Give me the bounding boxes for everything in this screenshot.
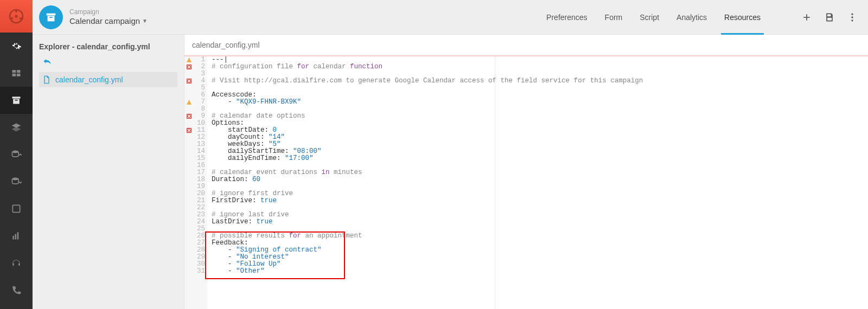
tab-analytics[interactable]: Analytics <box>668 0 716 35</box>
code-line[interactable]: # calendar date options <box>212 113 868 120</box>
svg-rect-9 <box>12 96 21 98</box>
breadcrumb: Campaign Calendar campaign ▼ <box>69 8 148 25</box>
code-line[interactable]: Options: <box>212 120 868 127</box>
svg-rect-21 <box>48 16 55 21</box>
code-line[interactable] <box>212 85 868 92</box>
code-line[interactable]: LastDrive: true <box>212 218 868 226</box>
add-button[interactable] <box>797 8 816 27</box>
explorer-title: Explorer - calendar_config.yml <box>39 40 177 55</box>
campaign-icon[interactable] <box>39 5 63 29</box>
rail-settings[interactable] <box>0 33 33 60</box>
svg-rect-16 <box>12 205 20 212</box>
code-line[interactable]: Duration: 60 <box>212 176 868 183</box>
svg-point-3 <box>20 17 22 20</box>
app-logo <box>0 0 33 33</box>
rail-chart[interactable] <box>0 222 33 249</box>
save-button[interactable] <box>820 8 839 27</box>
svg-rect-7 <box>12 74 16 76</box>
explorer-back[interactable] <box>39 55 177 69</box>
svg-rect-5 <box>12 70 16 73</box>
tab-form[interactable]: Form <box>596 0 631 35</box>
topbar: Campaign Calendar campaign ▼ Preferences… <box>33 0 868 35</box>
rail-archive[interactable] <box>0 87 33 114</box>
chevron-down-icon: ▼ <box>142 18 148 24</box>
svg-point-15 <box>12 178 19 181</box>
svg-marker-29 <box>186 100 191 105</box>
code-line[interactable]: # possible results for an appointment <box>212 233 868 240</box>
code-line[interactable]: # ignore first drive <box>212 190 868 197</box>
svg-point-2 <box>15 10 17 12</box>
svg-rect-17 <box>12 236 14 240</box>
svg-rect-11 <box>15 100 18 101</box>
code-line[interactable]: # Visit http://gcal.dialfire.com to gene… <box>212 78 868 85</box>
explorer-file-name: calendar_config.yml <box>55 75 123 84</box>
tab-resources[interactable]: Resources <box>716 0 769 35</box>
svg-rect-10 <box>13 99 20 104</box>
svg-rect-22 <box>49 17 53 18</box>
rail-db-down[interactable] <box>0 168 33 195</box>
code-editor: calendar_config.yml 12345678910111213141… <box>184 35 868 309</box>
rail-blank[interactable] <box>0 195 33 222</box>
code-line[interactable] <box>212 183 868 190</box>
code-line[interactable] <box>212 106 868 113</box>
code-area[interactable]: 1234567891011121314151617181920212223242… <box>184 56 868 309</box>
svg-marker-13 <box>12 127 21 131</box>
svg-point-4 <box>11 17 13 20</box>
tab-preferences[interactable]: Preferences <box>538 0 596 35</box>
explorer-file[interactable]: calendar_config.yml <box>39 72 177 87</box>
rail-layers[interactable] <box>0 114 33 141</box>
svg-point-25 <box>851 20 853 21</box>
svg-rect-8 <box>17 74 21 76</box>
code-line[interactable]: - "Other" <box>212 268 868 275</box>
code-line[interactable]: # ignore last drive <box>212 211 868 218</box>
svg-point-23 <box>851 13 853 15</box>
campaign-selector[interactable]: Calendar campaign ▼ <box>69 16 148 26</box>
explorer-panel: Explorer - calendar_config.yml calendar_… <box>33 35 184 309</box>
header-tabs: PreferencesFormScriptAnalyticsResources <box>538 0 769 35</box>
svg-point-24 <box>851 16 853 18</box>
tab-script[interactable]: Script <box>631 0 668 35</box>
toolbar-actions <box>797 8 861 27</box>
left-rail <box>0 0 33 309</box>
svg-point-14 <box>12 151 19 153</box>
code-line[interactable]: FirstDrive: true <box>212 197 868 204</box>
code-line[interactable]: startDate: 0 <box>212 127 868 134</box>
campaign-name: Calendar campaign <box>69 16 140 26</box>
breadcrumb-label: Campaign <box>69 8 148 16</box>
code-line[interactable]: # calendar event durations in minutes <box>212 169 868 176</box>
svg-rect-6 <box>17 70 21 73</box>
svg-rect-20 <box>47 13 56 15</box>
svg-rect-19 <box>17 232 19 239</box>
code-line[interactable]: # configuration file for calendar functi… <box>212 63 868 70</box>
rail-db-up[interactable] <box>0 141 33 168</box>
code-line[interactable]: Accesscode: <box>212 92 868 99</box>
code-line[interactable]: dailyEndTime: "17:00" <box>212 155 868 162</box>
code-line[interactable]: dayCount: "14" <box>212 134 868 141</box>
rail-phone[interactable] <box>0 276 33 304</box>
more-button[interactable] <box>843 8 861 27</box>
code-line[interactable] <box>212 204 868 211</box>
rail-headset[interactable] <box>0 249 33 276</box>
svg-point-1 <box>15 15 17 17</box>
rail-grid[interactable] <box>0 60 33 87</box>
svg-marker-26 <box>186 57 191 62</box>
svg-rect-18 <box>15 234 17 240</box>
code-line[interactable]: - "Follow Up" <box>212 261 868 268</box>
code-line[interactable]: - "KQX9-FHNR-BX9K" <box>212 99 868 106</box>
code-line[interactable]: - "No interest" <box>212 254 868 261</box>
editor-filename: calendar_config.yml <box>184 35 868 55</box>
code-line[interactable]: - "Signing of contract" <box>212 247 868 254</box>
